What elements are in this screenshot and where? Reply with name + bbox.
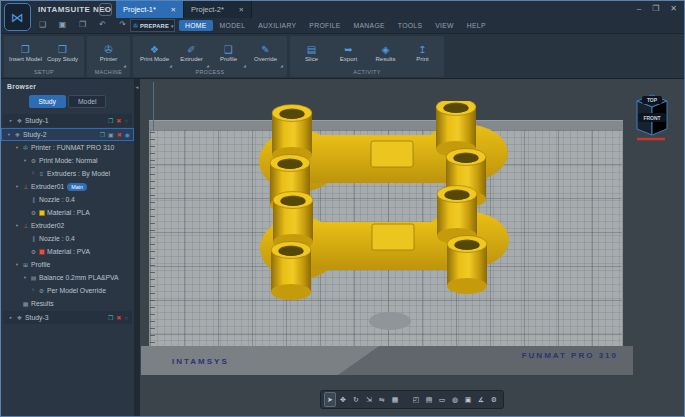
- menu-home[interactable]: HOME: [179, 20, 213, 31]
- menu-manage[interactable]: MANAGE: [348, 20, 391, 31]
- support-tool-button[interactable]: ▦: [389, 392, 401, 407]
- expander-icon[interactable]: ▸: [7, 315, 15, 320]
- select-tool-button[interactable]: ➤: [324, 392, 336, 407]
- active-study-radio-icon[interactable]: ○: [124, 118, 128, 124]
- profile-button[interactable]: ❑ Profile ◢: [210, 37, 247, 68]
- save-icon[interactable]: ▣: [57, 20, 68, 29]
- tab-model[interactable]: Model: [68, 95, 107, 108]
- tab-study[interactable]: Study: [29, 95, 66, 108]
- tab-project-2[interactable]: Project-2* ✕: [184, 1, 252, 18]
- home-button[interactable]: ⌂: [99, 3, 112, 16]
- expander-icon[interactable]: ▾: [13, 262, 21, 267]
- tab-label: Project-1*: [123, 5, 156, 14]
- tree-item-material-pla[interactable]: ⚙ Material : PLA: [1, 206, 134, 219]
- tree-item-extruder01[interactable]: ▾ ⊥ Extruder01 Main: [1, 180, 134, 193]
- expander-icon[interactable]: ▾: [21, 275, 29, 280]
- tree-item-study-3[interactable]: ▸ ❖ Study-3 ❐ ✖ ○: [3, 311, 132, 324]
- tree-item-material-pva[interactable]: ⚙ Material : PVA: [1, 245, 134, 258]
- maximize-button[interactable]: ❐: [652, 4, 659, 13]
- print-button[interactable]: ↥ Print: [404, 37, 441, 68]
- tree-item-nozzle-1[interactable]: ∥ Nozzle : 0.4: [1, 193, 134, 206]
- copy-study-button[interactable]: ❐ Copy Study: [44, 37, 81, 68]
- copy-icon[interactable]: ❐: [77, 20, 88, 29]
- delete-study-icon[interactable]: ✖: [116, 314, 121, 321]
- preview-tool-icon: ◍: [452, 396, 458, 404]
- settings-tool-button[interactable]: ⚙: [488, 392, 500, 407]
- delete-study-icon[interactable]: ✖: [116, 117, 121, 124]
- minimize-button[interactable]: –: [637, 4, 641, 13]
- machine-tool-button[interactable]: ▣: [462, 392, 474, 407]
- app-logo[interactable]: ⋈: [4, 3, 31, 31]
- tree-item-per-model-override[interactable]: └ ⚙ Per Model Override: [1, 284, 134, 297]
- menu-profile[interactable]: PROFILE: [303, 20, 346, 31]
- scale-tool-button[interactable]: ⇲: [363, 392, 375, 407]
- redo-icon[interactable]: ↷: [117, 20, 128, 29]
- export-button[interactable]: ➥ Export: [330, 37, 367, 68]
- support-tool-icon: ▦: [392, 396, 399, 404]
- settings-tool-icon: ⚙: [491, 396, 497, 404]
- menu-help[interactable]: HELP: [461, 20, 492, 31]
- study-box-icon[interactable]: ▣: [108, 131, 114, 138]
- copy-study-icon[interactable]: ❐: [100, 131, 105, 138]
- copy-study-icon[interactable]: ❐: [108, 314, 113, 321]
- delete-study-icon[interactable]: ✖: [117, 131, 122, 138]
- expander-icon[interactable]: ▾: [21, 158, 29, 163]
- preview-tool-button[interactable]: ◍: [449, 392, 461, 407]
- rotate-tool-icon: ↻: [353, 396, 359, 404]
- printer-button[interactable]: ✇ Printer ◢: [90, 37, 127, 68]
- viewport-3d[interactable]: INTAMSYS FUNMAT PRO 310 TOP FRONT ➤ ✥ ↻ …: [140, 79, 684, 416]
- slice-button[interactable]: ▤ Slice: [293, 37, 330, 68]
- tab-project-1[interactable]: Project-1* ✕: [116, 1, 184, 18]
- collapse-panel-icon[interactable]: ◂: [136, 84, 139, 90]
- insert-model-button[interactable]: ❒ Insert Model: [7, 37, 44, 68]
- model-2[interactable]: [260, 186, 509, 301]
- tree-item-profile-balance[interactable]: ▾ ▤ Balance 0.2mm PLA&PVA: [1, 271, 134, 284]
- expander-icon[interactable]: ▾: [13, 184, 21, 189]
- active-study-radio-icon[interactable]: ○: [124, 315, 128, 321]
- dropdown-corner-icon: ◢: [206, 64, 209, 68]
- tree-item-nozzle-2[interactable]: ∥ Nozzle : 0.4: [1, 232, 134, 245]
- active-study-target-icon[interactable]: ◉: [125, 131, 130, 138]
- viewport-toolbar: ➤ ✥ ↻ ⇲ ⇋ ▦ ◰ ▤ ▭ ◍ ▣ ∡ ⚙: [320, 390, 504, 409]
- override-button[interactable]: ✎ Override ◢: [247, 37, 284, 68]
- expander-icon[interactable]: ▸: [7, 118, 15, 123]
- tree-item-study-2[interactable]: ▾ ❖ Study-2 ❐ ▣ ✖ ◉: [1, 128, 134, 141]
- tab-close-icon[interactable]: ✕: [171, 6, 176, 14]
- measure-tool-button[interactable]: ∡: [475, 392, 487, 407]
- home-icon: ⌂: [103, 5, 108, 14]
- close-button[interactable]: ✕: [670, 4, 677, 13]
- tree-item-extruders-mapping[interactable]: └ ≡ Extruders : By Model: [1, 167, 134, 180]
- browser-tabs: Study Model: [1, 95, 134, 108]
- rotate-tool-button[interactable]: ↻: [350, 392, 362, 407]
- tree-item-study-1[interactable]: ▸ ❖ Study-1 ❐ ✖ ○: [3, 114, 132, 127]
- arrange-tool-button[interactable]: ◰: [410, 392, 422, 407]
- extruder-button[interactable]: ✐ Extruder ◢: [173, 37, 210, 68]
- expander-icon[interactable]: ▾: [13, 223, 21, 228]
- tree-item-extruder02[interactable]: ▾ ⊥ Extruder02: [1, 219, 134, 232]
- menu-model[interactable]: MODEL: [214, 20, 252, 31]
- menu-auxiliary[interactable]: AUXILIARY: [252, 20, 302, 31]
- copy-study-icon[interactable]: ❐: [108, 117, 113, 124]
- view-cube-top-label[interactable]: TOP: [647, 97, 658, 103]
- mode-select-dropdown[interactable]: ✇ PREPARE ▾: [130, 19, 175, 32]
- layers-tool-button[interactable]: ▤: [423, 392, 435, 407]
- expander-icon[interactable]: ▾: [5, 132, 13, 137]
- arrange-tool-icon: ◰: [413, 396, 420, 404]
- tree-item-print-mode[interactable]: ▾ ⚙ Print Mode: Normal: [1, 154, 134, 167]
- view-cube-front-label[interactable]: FRONT: [643, 115, 660, 121]
- tab-close-icon[interactable]: ✕: [239, 6, 244, 14]
- print-mode-button[interactable]: ❖ Print Mode ◢: [136, 37, 173, 68]
- view-cube[interactable]: TOP FRONT: [631, 88, 673, 142]
- move-tool-button[interactable]: ✥: [337, 392, 349, 407]
- mirror-tool-button[interactable]: ⇋: [376, 392, 388, 407]
- new-icon[interactable]: ❏: [37, 20, 48, 29]
- undo-icon[interactable]: ↶: [97, 20, 108, 29]
- tree-item-printer[interactable]: ▾ ✇ Printer : FUNMAT PRO 310: [1, 141, 134, 154]
- tree-item-profile[interactable]: ▾ ⊞ Profile: [1, 258, 134, 271]
- results-button[interactable]: ◈ Results: [367, 37, 404, 68]
- tree-item-results[interactable]: ▦ Results: [1, 297, 134, 310]
- menu-tools[interactable]: TOOLS: [392, 20, 428, 31]
- expander-icon[interactable]: ▾: [13, 145, 21, 150]
- plate-tool-button[interactable]: ▭: [436, 392, 448, 407]
- menu-view[interactable]: VIEW: [429, 20, 460, 31]
